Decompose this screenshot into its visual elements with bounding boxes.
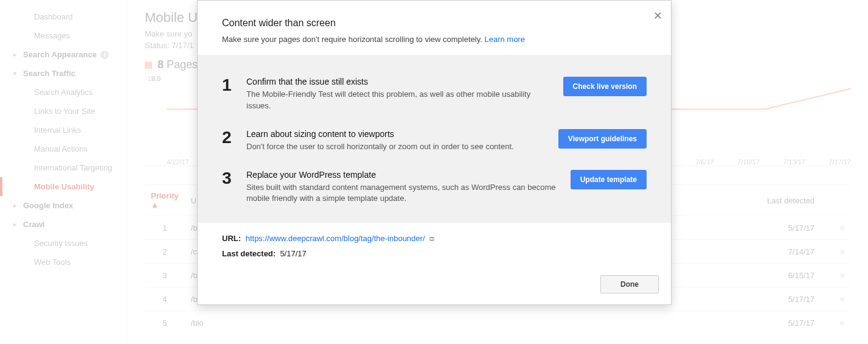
done-button[interactable]: Done <box>600 275 659 293</box>
learn-more-link[interactable]: Learn more <box>484 35 524 44</box>
update-template-button[interactable]: Update template <box>571 170 647 189</box>
issue-details-modal: ✕ Content wider than screen Make sure yo… <box>197 0 672 305</box>
viewport-guidelines-button[interactable]: Viewport guidelines <box>558 129 647 149</box>
step-3: 3 Replace your WordPress template Sites … <box>216 161 653 214</box>
modal-subtitle: Make sure your pages don't require horiz… <box>222 35 647 44</box>
step-2: 2 Learn about sizing content to viewport… <box>216 121 653 161</box>
step-body: Don't force the user to scroll horizonta… <box>246 141 546 153</box>
step-body: The Mobile-Friendly Test will detect thi… <box>246 89 551 112</box>
step-number: 3 <box>222 170 246 187</box>
close-icon[interactable]: ✕ <box>653 9 662 23</box>
step-title: Learn about sizing content to viewports <box>246 129 546 139</box>
url-row: URL: https://www.deepcrawl.com/blog/tag/… <box>222 234 647 243</box>
step-number: 1 <box>222 77 246 94</box>
step-1: 1 Confirm that the issue still exists Th… <box>216 68 653 121</box>
last-detected-row: Last detected: 5/17/17 <box>222 249 647 258</box>
modal-title: Content wider than screen <box>222 18 647 29</box>
step-number: 2 <box>222 129 246 146</box>
step-title: Confirm that the issue still exists <box>246 77 551 86</box>
step-title: Replace your WordPress template <box>246 170 558 180</box>
check-live-version-button[interactable]: Check live version <box>563 77 647 96</box>
external-link-icon: ⧉ <box>429 235 434 243</box>
step-body: Sites built with standard content manage… <box>246 182 558 205</box>
issue-url-link[interactable]: https://www.deepcrawl.com/blog/tag/the-i… <box>246 234 425 243</box>
